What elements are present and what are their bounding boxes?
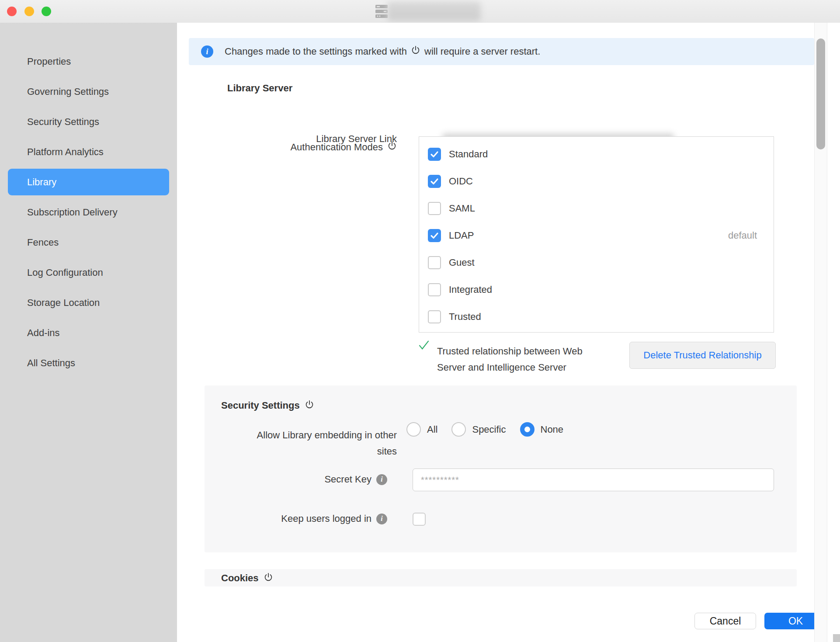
embed-radio-group: AllSpecificNone	[406, 422, 577, 437]
auth-mode-row: OIDC	[419, 168, 774, 195]
power-restart-icon	[305, 400, 314, 411]
checkbox-ldap[interactable]	[428, 229, 441, 242]
embed-setting-label: Allow Library embedding in other sites	[205, 427, 397, 459]
trusted-check-icon	[417, 339, 430, 354]
sidebar-item-governing-settings[interactable]: Governing Settings	[8, 78, 169, 105]
authentication-modes-label: Authentication Modes	[227, 141, 397, 153]
sidebar-item-platform-analytics[interactable]: Platform Analytics	[8, 139, 169, 165]
window-title-redacted	[387, 2, 481, 21]
minimize-window-button[interactable]	[24, 7, 34, 16]
library-server-heading: Library Server	[227, 83, 292, 94]
sidebar-item-library[interactable]: Library	[8, 169, 169, 195]
secret-key-label: Secret Key i	[205, 474, 387, 485]
close-window-button[interactable]	[7, 7, 17, 16]
auth-mode-row: Guest	[419, 249, 774, 276]
sidebar-item-fences[interactable]: Fences	[8, 229, 169, 256]
keep-users-logged-in-label: Keep users logged in i	[205, 513, 387, 524]
sidebar-list: PropertiesGoverning SettingsSecurity Set…	[0, 48, 177, 380]
info-icon[interactable]: i	[376, 514, 387, 524]
vertical-scrollbar[interactable]	[814, 23, 827, 642]
default-mode-tag: default	[728, 230, 757, 241]
info-icon[interactable]: i	[376, 474, 387, 485]
radio-item-none: None	[520, 422, 564, 437]
auth-mode-label: Trusted	[449, 311, 481, 323]
radio-label: All	[427, 424, 437, 435]
auth-mode-row: Trusted	[419, 303, 774, 330]
zoom-window-button[interactable]	[42, 7, 51, 16]
cookies-heading: Cookies	[221, 573, 259, 584]
radio-all[interactable]	[406, 422, 421, 437]
power-restart-icon	[387, 141, 397, 153]
power-restart-icon	[264, 573, 273, 584]
auth-mode-label: OIDC	[449, 176, 473, 187]
checkbox-trusted[interactable]	[428, 310, 441, 323]
sidebar: PropertiesGoverning SettingsSecurity Set…	[0, 23, 177, 642]
settings-content: i Changes made to the settings marked wi…	[177, 23, 840, 642]
checkbox-guest[interactable]	[428, 256, 441, 269]
radio-specific[interactable]	[451, 422, 466, 437]
restart-notice-banner: i Changes made to the settings marked wi…	[189, 38, 814, 65]
power-restart-icon	[411, 45, 420, 58]
titlebar	[0, 0, 840, 23]
keep-users-logged-in-checkbox[interactable]	[413, 513, 426, 526]
sidebar-item-all-settings[interactable]: All Settings	[8, 350, 169, 376]
checkbox-saml[interactable]	[428, 202, 441, 215]
sidebar-item-storage-location[interactable]: Storage Location	[8, 289, 169, 316]
auth-mode-label: Standard	[449, 149, 488, 160]
auth-mode-row: LDAPdefault	[419, 222, 774, 249]
authentication-modes-panel: StandardOIDCSAMLLDAPdefaultGuestIntegrat…	[419, 136, 774, 333]
auth-mode-label: SAML	[449, 203, 475, 214]
security-settings-heading: Security Settings	[221, 400, 300, 411]
cookies-section: Cookies	[205, 569, 797, 586]
checkbox-integrated[interactable]	[428, 283, 441, 296]
sidebar-item-subscription-delivery[interactable]: Subscription Delivery	[8, 199, 169, 226]
radio-label: Specific	[472, 424, 506, 435]
sidebar-item-log-configuration[interactable]: Log Configuration	[8, 259, 169, 286]
resize-corner[interactable]	[833, 634, 840, 642]
secret-key-input[interactable]	[413, 468, 774, 491]
checkbox-standard[interactable]	[428, 148, 441, 161]
auth-mode-row: Standard	[419, 141, 774, 168]
settings-window: PropertiesGoverning SettingsSecurity Set…	[0, 0, 840, 642]
sidebar-item-security-settings[interactable]: Security Settings	[8, 108, 169, 135]
sidebar-item-properties[interactable]: Properties	[8, 48, 169, 75]
banner-text-before: Changes made to the settings marked with	[225, 46, 407, 57]
auth-mode-label: Integrated	[449, 284, 492, 295]
security-settings-section: Security Settings Allow Library embeddin…	[205, 385, 797, 552]
auth-mode-label: LDAP	[449, 230, 474, 241]
checkbox-oidc[interactable]	[428, 175, 441, 188]
info-icon: i	[201, 45, 213, 58]
banner-text-after: will require a server restart.	[424, 46, 540, 57]
sidebar-item-add-ins[interactable]: Add-ins	[8, 319, 169, 346]
auth-mode-row: Integrated	[419, 276, 774, 303]
trusted-relationship-status: Trusted relationship between Web Server …	[437, 343, 583, 375]
radio-item-all: All	[406, 422, 437, 437]
radio-none[interactable]	[520, 422, 535, 437]
server-icon	[375, 4, 388, 18]
scrollbar-thumb[interactable]	[816, 38, 825, 149]
radio-item-specific: Specific	[451, 422, 506, 437]
auth-mode-label: Guest	[449, 257, 475, 268]
auth-mode-row: SAML	[419, 195, 774, 222]
cancel-button[interactable]: Cancel	[694, 613, 756, 629]
delete-trusted-relationship-button[interactable]: Delete Trusted Relationship	[629, 342, 776, 369]
radio-label: None	[541, 424, 564, 435]
